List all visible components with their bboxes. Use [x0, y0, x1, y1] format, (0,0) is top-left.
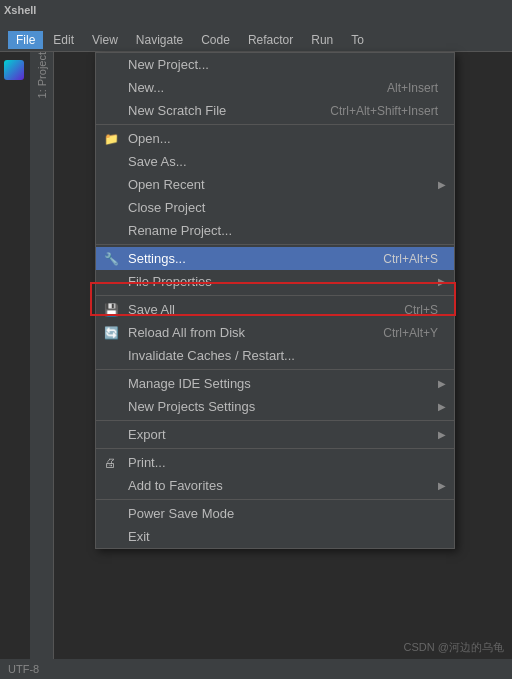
save-icon: 💾: [104, 303, 119, 317]
menu-item-save-as[interactable]: Save As...: [96, 150, 454, 173]
bottom-bar: UTF-8: [0, 659, 512, 679]
arrow-icon-6: ▶: [438, 480, 446, 491]
separator-4: [96, 369, 454, 370]
file-dropdown-menu: New Project... New... Alt+Insert New Scr…: [95, 52, 455, 549]
menu-item-settings[interactable]: 🔧 Settings... Ctrl+Alt+S: [96, 247, 454, 270]
menu-item-rename-project[interactable]: Rename Project...: [96, 219, 454, 242]
reload-icon: 🔄: [104, 326, 119, 340]
menu-item-invalidate-caches[interactable]: Invalidate Caches / Restart...: [96, 344, 454, 367]
arrow-icon-2: ▶: [438, 276, 446, 287]
menu-item-manage-ide[interactable]: Manage IDE Settings ▶: [96, 372, 454, 395]
menu-item-new-scratch[interactable]: New Scratch File Ctrl+Alt+Shift+Insert: [96, 99, 454, 122]
menubar: File Edit View Navigate Code Refactor Ru…: [0, 28, 512, 52]
menu-code[interactable]: Code: [193, 31, 238, 49]
menu-refactor[interactable]: Refactor: [240, 31, 301, 49]
menu-view[interactable]: View: [84, 31, 126, 49]
menu-item-file-properties[interactable]: File Properties ▶: [96, 270, 454, 293]
separator-3: [96, 295, 454, 296]
project-panel-label: 1: Project: [36, 52, 48, 106]
menu-item-new-projects-settings[interactable]: New Projects Settings ▶: [96, 395, 454, 418]
menu-item-exit[interactable]: Exit: [96, 525, 454, 548]
arrow-icon-5: ▶: [438, 429, 446, 440]
menu-item-power-save[interactable]: Power Save Mode: [96, 502, 454, 525]
menu-item-print[interactable]: 🖨 Print...: [96, 451, 454, 474]
menu-item-open-recent[interactable]: Open Recent ▶: [96, 173, 454, 196]
menu-tools[interactable]: To: [343, 31, 372, 49]
print-icon: 🖨: [104, 456, 116, 470]
menu-item-reload-all[interactable]: 🔄 Reload All from Disk Ctrl+Alt+Y: [96, 321, 454, 344]
separator-2: [96, 244, 454, 245]
pycharm-icon: [4, 60, 24, 80]
menu-item-save-all[interactable]: 💾 Save All Ctrl+S: [96, 298, 454, 321]
menu-item-export[interactable]: Export ▶: [96, 423, 454, 446]
arrow-icon-3: ▶: [438, 378, 446, 389]
project-panel[interactable]: 1: Project: [30, 52, 54, 659]
menu-item-close-project[interactable]: Close Project: [96, 196, 454, 219]
menu-item-open[interactable]: 📁 Open...: [96, 127, 454, 150]
bottom-status: UTF-8: [8, 663, 39, 675]
menu-file[interactable]: File: [8, 31, 43, 49]
arrow-icon-4: ▶: [438, 401, 446, 412]
menu-navigate[interactable]: Navigate: [128, 31, 191, 49]
folder-icon: 📁: [104, 132, 119, 146]
menu-item-add-favorites[interactable]: Add to Favorites ▶: [96, 474, 454, 497]
taskbar: Xshell: [0, 0, 512, 28]
menu-edit[interactable]: Edit: [45, 31, 82, 49]
wrench-icon: 🔧: [104, 252, 119, 266]
xshell-label: Xshell: [4, 4, 36, 16]
separator-7: [96, 499, 454, 500]
menu-item-new-project[interactable]: New Project...: [96, 53, 454, 76]
separator-5: [96, 420, 454, 421]
menu-run[interactable]: Run: [303, 31, 341, 49]
arrow-icon: ▶: [438, 179, 446, 190]
watermark: CSDN @河边的乌龟: [404, 640, 504, 655]
separator-6: [96, 448, 454, 449]
menu-item-new[interactable]: New... Alt+Insert: [96, 76, 454, 99]
separator-1: [96, 124, 454, 125]
